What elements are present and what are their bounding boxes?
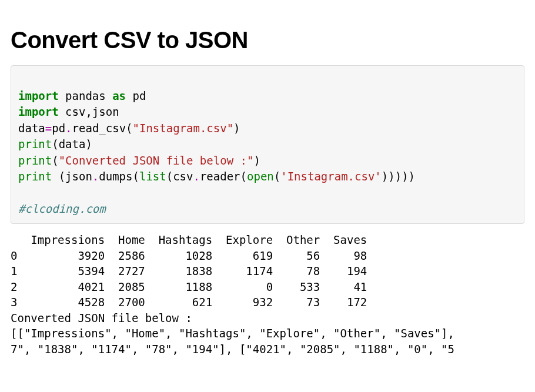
code-text: csv,json — [59, 105, 119, 118]
code-text: (csv — [166, 170, 193, 183]
keyword-import: import — [18, 89, 59, 102]
builtin-print: print — [18, 138, 52, 150]
page-title: Convert CSV to JSON — [11, 27, 524, 53]
code-text: dumps( — [99, 170, 139, 183]
output-message: Converted JSON file below : — [11, 311, 192, 324]
builtin-list: list — [139, 170, 166, 183]
output-row: 1 5394 2727 1838 1174 78 194 — [11, 264, 367, 277]
output-json: 7", "1838", "1174", "78", "194"], ["4021… — [11, 343, 454, 356]
code-text: pandas — [59, 89, 113, 102]
code-text: ))))) — [382, 170, 415, 183]
code-text: (json — [52, 170, 92, 183]
output-row: 2 4021 2085 1188 0 533 41 — [11, 280, 367, 293]
code-text: reader( — [200, 170, 247, 183]
code-text: ) — [253, 154, 260, 167]
output-row: 3 4528 2700 621 932 73 172 — [11, 296, 367, 309]
code-text: ) — [233, 122, 240, 135]
code-text: pd — [126, 89, 146, 102]
output-block: Impressions Home Hashtags Explore Other … — [11, 232, 524, 357]
builtin-print: print — [18, 154, 52, 167]
code-text: read_csv( — [72, 122, 133, 135]
operator: . — [193, 170, 199, 183]
code-text: (data) — [52, 138, 92, 150]
keyword-as: as — [112, 89, 126, 102]
keyword-import: import — [18, 105, 59, 118]
string-literal: 'Instagram.csv' — [280, 170, 382, 183]
code-comment: #clcoding.com — [18, 202, 106, 215]
output-json: [["Impressions", "Home", "Hashtags", "Ex… — [11, 327, 454, 340]
output-header: Impressions Home Hashtags Explore Other … — [11, 233, 367, 246]
string-literal: "Converted JSON file below :" — [59, 154, 254, 167]
code-text: pd — [52, 122, 65, 135]
code-text: ( — [274, 170, 280, 183]
operator: = — [45, 122, 52, 135]
operator: . — [65, 122, 72, 135]
code-text: data — [18, 122, 45, 135]
code-block: import pandas as pd import csv,json data… — [11, 65, 524, 224]
output-row: 0 3920 2586 1028 619 56 98 — [11, 249, 367, 262]
string-literal: "Instagram.csv" — [133, 122, 234, 135]
builtin-print: print — [18, 170, 52, 183]
code-text: ( — [52, 154, 58, 167]
operator: . — [92, 170, 99, 183]
builtin-open: open — [247, 170, 274, 183]
